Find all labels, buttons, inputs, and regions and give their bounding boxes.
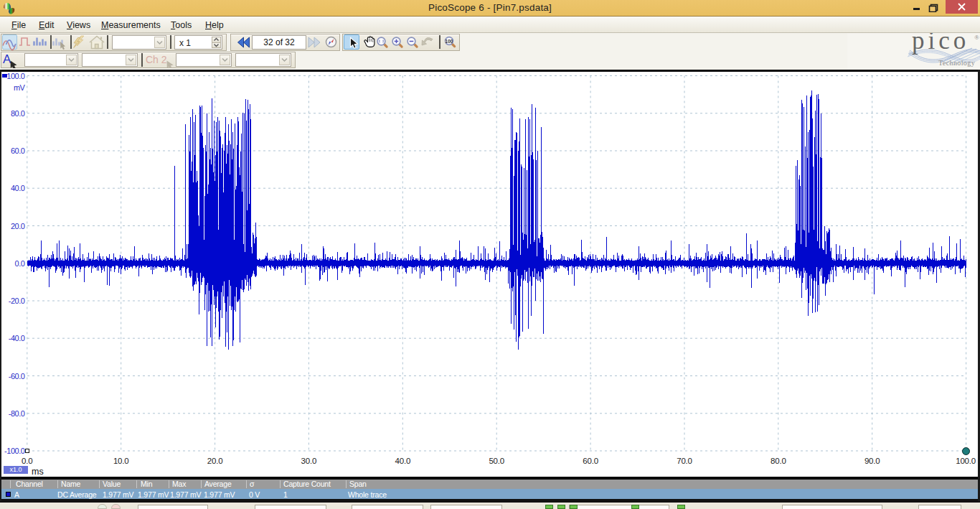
svg-text:-20.0: -20.0: [9, 296, 25, 305]
svg-text:60.0: 60.0: [583, 457, 598, 465]
svg-text:80.0: 80.0: [11, 109, 25, 118]
svg-text:70.0: 70.0: [677, 457, 692, 465]
svg-text:mV: mV: [14, 83, 26, 92]
svg-text:-40.0: -40.0: [9, 334, 25, 342]
svg-text:30.0: 30.0: [301, 457, 317, 465]
svg-text:40.0: 40.0: [395, 457, 411, 465]
svg-text:60.0: 60.0: [11, 146, 25, 155]
svg-text:-60.0: -60.0: [9, 372, 25, 380]
svg-text:0.0: 0.0: [15, 259, 25, 268]
svg-text:100.0: 100.0: [956, 457, 976, 465]
svg-text:80.0: 80.0: [771, 457, 786, 465]
svg-text:-80.0: -80.0: [9, 409, 25, 418]
svg-text:20.0: 20.0: [11, 222, 25, 230]
svg-text:-100.0: -100.0: [4, 447, 25, 455]
svg-text:10.0: 10.0: [113, 457, 129, 465]
svg-text:0.0: 0.0: [22, 457, 32, 465]
svg-text:40.0: 40.0: [11, 184, 25, 192]
svg-text:20.0: 20.0: [207, 457, 223, 465]
svg-text:100.0: 100.0: [6, 72, 25, 80]
svg-text:90.0: 90.0: [864, 457, 880, 465]
svg-text:50.0: 50.0: [489, 457, 504, 465]
